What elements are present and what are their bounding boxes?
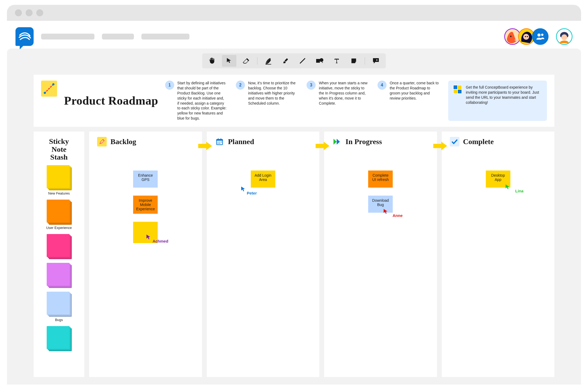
intro-step-3: 3When your team starts a new initiative,… bbox=[307, 81, 368, 121]
cursor-achmed: Achmed bbox=[146, 234, 170, 243]
stash-stack-ux[interactable] bbox=[47, 200, 71, 224]
window-dot bbox=[15, 9, 22, 16]
flow-arrow-icon bbox=[198, 141, 214, 152]
sticky-note[interactable]: Add Login Area Peter bbox=[251, 171, 275, 188]
line-tool[interactable] bbox=[295, 55, 310, 67]
text-tool[interactable] bbox=[329, 55, 344, 67]
breadcrumb-placeholder bbox=[141, 34, 189, 39]
column-planned[interactable]: Planned Add Login Area Peter bbox=[207, 132, 320, 377]
svg-point-1 bbox=[510, 35, 511, 37]
browser-chrome bbox=[7, 5, 581, 21]
stash-stack-bugs[interactable] bbox=[47, 292, 71, 316]
toolbar-separator bbox=[365, 57, 365, 65]
sticky-note[interactable]: Enhance GPS bbox=[133, 171, 158, 188]
cursor-lina: Lina bbox=[505, 184, 529, 193]
add-participants-button[interactable] bbox=[532, 28, 549, 45]
stash-title: StickyNoteStash bbox=[37, 137, 81, 161]
svg-point-3 bbox=[523, 34, 529, 40]
comment-tool[interactable] bbox=[369, 55, 383, 67]
sticky-note-tool[interactable] bbox=[347, 55, 361, 67]
svg-point-4 bbox=[525, 36, 526, 37]
column-complete[interactable]: Complete Desktop App Lina bbox=[442, 132, 555, 377]
pencil-icon bbox=[97, 137, 107, 146]
intro-step-4: 4Once a quarter, come back to the Produc… bbox=[378, 81, 439, 121]
pen-tool[interactable] bbox=[261, 55, 276, 67]
svg-rect-10 bbox=[316, 59, 320, 63]
svg-rect-23 bbox=[219, 143, 220, 144]
svg-rect-16 bbox=[216, 139, 223, 141]
svg-rect-22 bbox=[217, 143, 218, 144]
svg-point-5 bbox=[527, 36, 528, 37]
sticky-note[interactable]: Desktop App Lina bbox=[486, 171, 510, 188]
shape-tool[interactable] bbox=[312, 55, 327, 67]
svg-rect-20 bbox=[219, 142, 220, 142]
intro-step-1: 1Start by defining all initiatives that … bbox=[165, 81, 227, 121]
svg-point-9 bbox=[561, 34, 567, 40]
stash-label: User Experience bbox=[37, 226, 81, 230]
svg-rect-18 bbox=[220, 138, 221, 140]
flow-arrow-icon bbox=[433, 141, 449, 152]
sticky-note[interactable]: Complete UI refresh bbox=[368, 171, 393, 188]
svg-rect-21 bbox=[221, 142, 222, 142]
window-dot bbox=[26, 9, 33, 16]
intro-step-2: 2Now, it's time to prioritize the backlo… bbox=[236, 81, 297, 121]
svg-rect-17 bbox=[218, 138, 218, 140]
stash-stack-violet[interactable] bbox=[47, 263, 71, 287]
window-dot bbox=[36, 9, 43, 16]
play-icon bbox=[332, 137, 342, 146]
stash-stack-new-features[interactable] bbox=[47, 165, 71, 190]
page-title: Product Roadmap bbox=[64, 94, 158, 108]
calendar-icon bbox=[215, 137, 224, 146]
breadcrumb-placeholder bbox=[102, 34, 134, 39]
svg-point-12 bbox=[44, 92, 46, 94]
avatar-current-user[interactable] bbox=[556, 28, 573, 45]
eraser-tool[interactable] bbox=[239, 55, 253, 67]
stash-stack-pink[interactable] bbox=[47, 234, 71, 259]
marker-tool[interactable] bbox=[278, 55, 293, 67]
breadcrumb-placeholder bbox=[41, 34, 94, 39]
promo-card: Get the full Conceptboard experience by … bbox=[448, 81, 547, 121]
toolbar bbox=[202, 53, 386, 68]
stash-label: New Features bbox=[37, 191, 81, 195]
sticky-note[interactable]: Improve Mobile Experience bbox=[133, 196, 158, 214]
toolbar-separator bbox=[257, 57, 257, 65]
svg-point-11 bbox=[320, 58, 323, 62]
sticky-note[interactable]: Achmed bbox=[133, 222, 158, 243]
column-title: Complete bbox=[463, 137, 494, 146]
column-in-progress[interactable]: In Progress Complete UI refresh Download… bbox=[324, 132, 437, 377]
stash-stack-teal[interactable] bbox=[47, 326, 71, 351]
roadmap-icon bbox=[41, 81, 57, 97]
header-card: Product Roadmap 1Start by defining all i… bbox=[34, 75, 554, 127]
svg-point-7 bbox=[541, 34, 543, 36]
cursor-anne: Anne bbox=[383, 208, 407, 218]
hand-tool[interactable] bbox=[205, 55, 219, 67]
sticky-note[interactable]: Download Bug Anne bbox=[368, 196, 393, 213]
app-logo[interactable] bbox=[15, 27, 34, 46]
column-title: In Progress bbox=[345, 137, 382, 146]
select-tool[interactable] bbox=[222, 55, 236, 67]
cursor-peter: Peter bbox=[241, 186, 265, 195]
column-title: Planned bbox=[228, 137, 254, 146]
svg-rect-19 bbox=[217, 142, 218, 142]
conceptboard-logo-icon bbox=[453, 85, 462, 94]
svg-point-6 bbox=[538, 34, 541, 37]
check-icon bbox=[450, 137, 459, 146]
flow-arrow-icon bbox=[315, 141, 331, 152]
column-backlog[interactable]: Backlog Enhance GPS Improve Mobile Exper… bbox=[89, 132, 202, 377]
svg-point-13 bbox=[52, 83, 54, 85]
stash-label: Bugs bbox=[37, 318, 81, 322]
column-title: Backlog bbox=[110, 137, 136, 146]
presence-avatars bbox=[507, 28, 573, 45]
sticky-stash-panel: StickyNoteStash New Features User Experi… bbox=[34, 132, 84, 377]
